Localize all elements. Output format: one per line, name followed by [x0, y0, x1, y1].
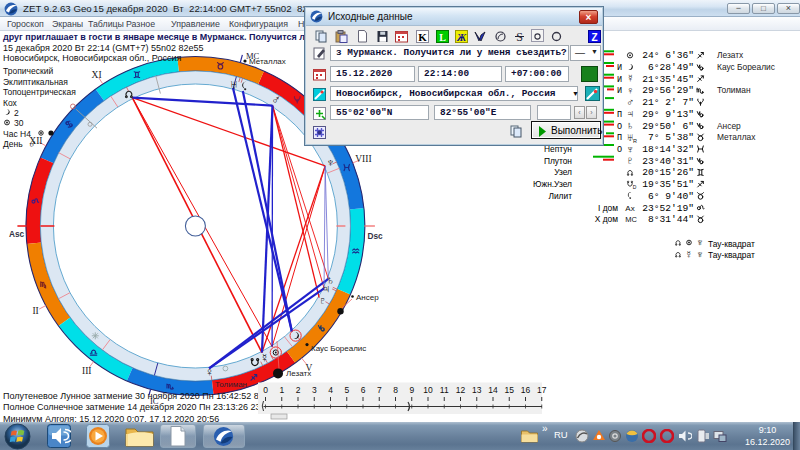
svg-text:1: 1: [279, 385, 284, 395]
svg-text:14: 14: [488, 385, 498, 395]
svg-text:♇: ♇: [626, 154, 634, 166]
svg-text:Эклиптикальная: Эклиптикальная: [3, 77, 68, 87]
svg-text:7: 7: [377, 385, 382, 395]
svg-text:♂: ♂: [28, 138, 37, 150]
svg-text:♆: ♆: [326, 156, 335, 170]
svg-text:D: D: [633, 184, 637, 190]
svg-text:Лезатх: Лезатх: [286, 369, 311, 378]
svg-text:♆: ♆: [696, 248, 704, 260]
svg-text:♂: ♂: [626, 96, 634, 108]
svg-text:Толиман: Толиман: [717, 85, 751, 95]
svg-text:Z: Z: [591, 32, 597, 43]
svg-text:21°35'45": 21°35'45": [642, 74, 694, 85]
svg-text:О: О: [617, 122, 622, 132]
svg-text:Тау-квадрат: Тау-квадрат: [708, 250, 755, 260]
svg-text:♀: ♀: [626, 84, 634, 96]
svg-text:Asc: Asc: [9, 229, 25, 239]
svg-text:19°35'51": 19°35'51": [642, 179, 694, 190]
svg-text:Ax: Ax: [625, 204, 634, 213]
svg-text:29°50' 6": 29°50' 6": [642, 121, 694, 132]
svg-text:Полутеневое Лунное затмение 30: Полутеневое Лунное затмение 30 ноября 20…: [3, 391, 267, 401]
svg-text:16: 16: [521, 385, 531, 395]
svg-text:Dsc: Dsc: [368, 231, 384, 241]
svg-text:0: 0: [263, 385, 268, 395]
svg-text:♆: ♆: [696, 236, 704, 248]
svg-text:Ж: Ж: [456, 32, 467, 43]
svg-text:Металлах: Металлах: [717, 132, 756, 142]
svg-text:30: 30: [14, 118, 24, 128]
svg-text:II: II: [32, 306, 38, 316]
svg-text:И: И: [617, 63, 622, 73]
svg-text:☿: ☿: [260, 351, 269, 365]
svg-text:29° 9'13": 29° 9'13": [642, 109, 694, 120]
svg-text:Тропический: Тропический: [3, 66, 53, 76]
svg-text:4: 4: [328, 385, 333, 395]
svg-text:9: 9: [409, 385, 414, 395]
svg-text:24° 6'36": 24° 6'36": [642, 50, 694, 61]
svg-text:♇: ♇: [319, 294, 327, 306]
svg-text:X дом: X дом: [595, 214, 618, 224]
svg-text:3: 3: [312, 385, 317, 395]
svg-text:Полное Солнечное затмение 14 д: Полное Солнечное затмение 14 декабря 202…: [3, 402, 269, 412]
svg-text:☿: ☿: [685, 248, 693, 260]
svg-text:8°31'44": 8°31'44": [642, 214, 694, 225]
svg-text:10: 10: [423, 385, 433, 395]
svg-text:Топоцентрическая: Топоцентрическая: [3, 87, 76, 97]
svg-text:III: III: [82, 366, 92, 376]
svg-text:Тау-квадрат: Тау-квадрат: [708, 239, 755, 249]
svg-text:О: О: [617, 145, 622, 155]
svg-text:друг приглашает в гости в янва: друг приглашает в гости в январе месяце …: [3, 32, 311, 42]
svg-text:VIII: VIII: [355, 154, 371, 164]
svg-text:Ансер: Ансер: [717, 121, 741, 131]
svg-text:Новосибирск, Новосибирская обл: Новосибирск, Новосибирская обл., Россия: [3, 53, 181, 63]
svg-text:6: 6: [361, 385, 366, 395]
svg-text:2: 2: [14, 108, 19, 118]
svg-text:13: 13: [472, 385, 482, 395]
svg-text:Плутон: Плутон: [544, 156, 572, 166]
svg-text:Каус Бореалис: Каус Бореалис: [311, 344, 366, 353]
svg-text:20°15'26": 20°15'26": [642, 167, 694, 178]
svg-text:MC: MC: [625, 215, 637, 224]
svg-text:Ансер: Ансер: [356, 293, 379, 302]
svg-text:18°14'32": 18°14'32": [642, 144, 694, 155]
svg-text:П: П: [617, 133, 622, 143]
svg-text:11: 11: [440, 385, 449, 395]
svg-text:День: День: [3, 139, 23, 149]
svg-text:☿: ☿: [626, 72, 634, 84]
svg-text:29°56'29": 29°56'29": [642, 85, 694, 96]
svg-text:XI: XI: [92, 70, 102, 80]
svg-text:K: K: [418, 31, 427, 43]
svg-text:Южн.Узел: Южн.Узел: [533, 179, 572, 189]
svg-text:И: И: [617, 86, 622, 96]
svg-text:Лилит: Лилит: [548, 191, 572, 201]
svg-text:П: П: [617, 110, 622, 120]
svg-text:15 декабря 2020 Вт 22:14 (GM: 15 декабря 2020 Вт 22:14 (GMT+7) 55n02 8…: [3, 43, 204, 53]
svg-text:♃: ♃: [626, 107, 634, 119]
svg-text:5: 5: [344, 385, 349, 395]
svg-text:♄: ♄: [626, 119, 634, 131]
svg-text:Кох: Кох: [3, 98, 18, 108]
svg-text:23°40'31": 23°40'31": [642, 156, 694, 167]
svg-text:21° 2' 7": 21° 2' 7": [642, 97, 694, 108]
svg-text:6° 9'40": 6° 9'40": [642, 191, 694, 202]
svg-text:И: И: [617, 75, 622, 85]
svg-text:Каус Бореалис: Каус Бореалис: [717, 62, 775, 72]
svg-text:12: 12: [456, 385, 466, 395]
svg-text:6°28'49": 6°28'49": [642, 62, 694, 73]
svg-text:♀: ♀: [205, 365, 214, 379]
svg-text:Час Н4: Час Н4: [3, 129, 31, 139]
svg-text:Лезатх: Лезатх: [717, 50, 744, 60]
svg-text:Толиман: Толиман: [215, 380, 247, 389]
svg-text:8: 8: [393, 385, 398, 395]
svg-text:17: 17: [537, 385, 547, 395]
svg-text:♂: ♂: [271, 93, 280, 107]
svg-text:L: L: [439, 32, 446, 43]
svg-text:I дом: I дом: [598, 203, 618, 213]
svg-text:♆: ♆: [626, 143, 634, 155]
svg-text:2: 2: [296, 385, 301, 395]
svg-text:15: 15: [505, 385, 515, 395]
svg-text:23°52'19": 23°52'19": [642, 203, 694, 214]
svg-text:7° 5'38": 7° 5'38": [642, 132, 694, 143]
svg-text:Металлах: Металлах: [249, 57, 286, 66]
svg-text:Узел: Узел: [554, 167, 572, 177]
